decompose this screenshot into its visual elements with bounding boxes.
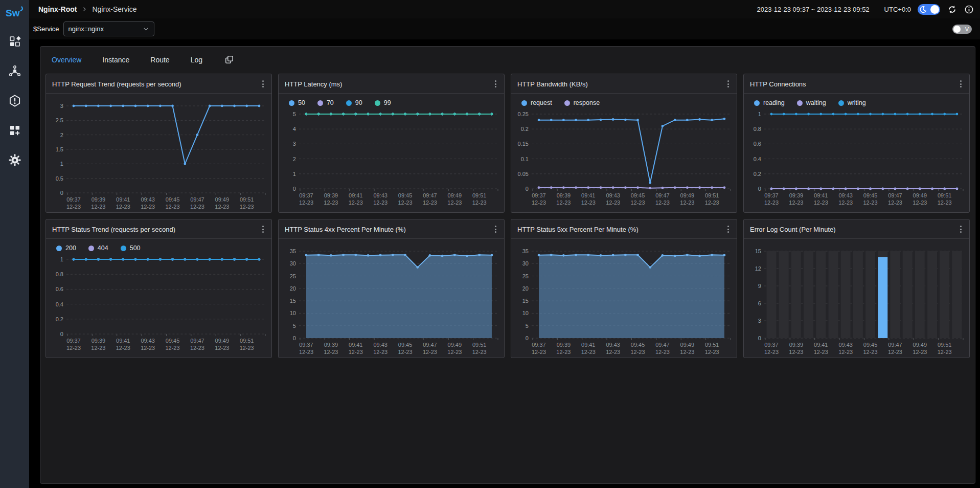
legend-item[interactable]: request xyxy=(521,99,552,106)
tab-overview[interactable]: Overview xyxy=(52,56,81,64)
chart-card-header: HTTP Connections xyxy=(744,74,969,94)
svg-text:12-23: 12-23 xyxy=(556,199,571,206)
sidebar-item-topology[interactable] xyxy=(8,64,21,78)
svg-text:0.05: 0.05 xyxy=(518,171,529,177)
chart-card-body: 5070909901234509:3712-2309:3912-2309:411… xyxy=(279,94,504,212)
svg-text:3: 3 xyxy=(293,141,296,147)
chart-card-header: HTTP Request Trend (requests per second) xyxy=(46,74,271,94)
legend-item[interactable]: 99 xyxy=(375,99,391,106)
tab-log[interactable]: Log xyxy=(191,56,202,64)
svg-text:30: 30 xyxy=(522,260,529,267)
svg-text:09:47: 09:47 xyxy=(655,192,669,198)
svg-text:09:41: 09:41 xyxy=(116,196,130,203)
kebab-menu-icon[interactable] xyxy=(725,224,732,234)
svg-text:09:51: 09:51 xyxy=(472,342,486,348)
legend-dot-icon xyxy=(754,100,760,106)
chart-card-body: 20040450000.20.40.60.8109:3712-2309:3912… xyxy=(46,239,271,358)
sidebar-item-alerting[interactable] xyxy=(8,94,21,107)
tab-route[interactable]: Route xyxy=(150,56,169,64)
service-select[interactable]: nginx::nginx xyxy=(63,21,154,36)
svg-text:12-23: 12-23 xyxy=(655,349,670,355)
info-button[interactable] xyxy=(964,4,974,14)
svg-text:0: 0 xyxy=(293,186,296,192)
svg-text:09:45: 09:45 xyxy=(863,342,877,348)
legend-dot-icon xyxy=(88,246,94,251)
svg-text:09:41: 09:41 xyxy=(349,192,362,198)
kebab-menu-icon[interactable] xyxy=(260,79,266,89)
kebab-menu-icon[interactable] xyxy=(725,79,732,89)
svg-text:12-23: 12-23 xyxy=(398,199,413,206)
kebab-menu-icon[interactable] xyxy=(958,224,964,234)
legend-item[interactable]: writing xyxy=(838,99,866,106)
legend-item[interactable]: 200 xyxy=(56,245,76,252)
svg-text:20: 20 xyxy=(290,285,296,292)
svg-text:09:45: 09:45 xyxy=(863,192,877,198)
chart-card: HTTP Request Trend (requests per second)… xyxy=(45,74,272,213)
svg-text:0: 0 xyxy=(758,186,761,192)
legend-item[interactable]: 70 xyxy=(317,99,334,106)
kebab-menu-icon[interactable] xyxy=(492,79,499,89)
theme-toggle-knob xyxy=(930,5,939,14)
svg-text:09:49: 09:49 xyxy=(448,342,462,348)
svg-text:1: 1 xyxy=(758,111,761,117)
svg-text:12-23: 12-23 xyxy=(556,349,571,355)
refresh-button[interactable] xyxy=(947,4,957,14)
svg-text:12-23: 12-23 xyxy=(764,349,779,355)
legend-item[interactable]: 50 xyxy=(289,99,305,106)
theme-toggle[interactable] xyxy=(918,4,940,15)
breadcrumb-root[interactable]: Nginx-Root xyxy=(38,5,77,13)
svg-text:0.5: 0.5 xyxy=(56,175,63,182)
svg-text:12-23: 12-23 xyxy=(240,204,254,210)
skywalking-logo[interactable]: Sw xyxy=(6,0,24,21)
chart-card: Error Log Count (Per Minute)0369121509:3… xyxy=(743,219,970,358)
svg-text:09:47: 09:47 xyxy=(190,196,204,203)
skywalking-logo-icon: Sw xyxy=(6,6,24,19)
legend-item[interactable]: 90 xyxy=(346,99,362,106)
svg-text:12-23: 12-23 xyxy=(215,204,229,210)
kebab-menu-icon[interactable] xyxy=(260,224,266,234)
tab-instance[interactable]: Instance xyxy=(102,56,129,64)
chart-card-header: HTTP Status Trend (requests per second) xyxy=(46,219,271,239)
time-range-picker[interactable]: 2023-12-23 09:37 ~ 2023-12-23 09:52 xyxy=(757,6,870,13)
svg-text:0.1: 0.1 xyxy=(521,156,529,162)
legend-item[interactable]: waiting xyxy=(797,99,826,106)
svg-text:12-23: 12-23 xyxy=(141,204,155,210)
legend-dot-icon xyxy=(375,100,380,106)
svg-text:09:43: 09:43 xyxy=(838,192,852,198)
svg-text:12-23: 12-23 xyxy=(66,204,81,210)
chart-card-header: HTTP Latency (ms) xyxy=(279,74,504,94)
sidebar-item-dashboards[interactable] xyxy=(8,35,21,48)
svg-text:09:37: 09:37 xyxy=(532,192,545,198)
sidebar-item-settings[interactable] xyxy=(8,153,21,167)
new-dashboard-icon xyxy=(9,124,21,137)
widget-grid: HTTP Request Trend (requests per second)… xyxy=(45,74,970,358)
svg-text:12-23: 12-23 xyxy=(349,349,363,355)
svg-text:35: 35 xyxy=(522,248,529,254)
chart-card-body: 0369121509:3712-2309:3912-2309:4112-2309… xyxy=(744,239,969,358)
svg-text:12-23: 12-23 xyxy=(398,349,413,355)
timezone-selector[interactable]: UTC+0:0 xyxy=(884,6,911,13)
kebab-menu-icon[interactable] xyxy=(958,79,964,89)
svg-text:0: 0 xyxy=(60,190,63,196)
kebab-menu-icon[interactable] xyxy=(492,224,499,234)
svg-text:09:51: 09:51 xyxy=(705,342,719,348)
svg-text:09:39: 09:39 xyxy=(92,196,105,203)
svg-text:9: 9 xyxy=(758,283,761,289)
legend-item[interactable]: reading xyxy=(754,99,785,106)
legend-item[interactable]: 404 xyxy=(88,245,108,252)
sidebar-item-new-dashboard[interactable] xyxy=(8,124,21,137)
view-mode-toggle[interactable]: V xyxy=(952,25,972,34)
svg-text:09:45: 09:45 xyxy=(398,192,412,198)
breadcrumb: Nginx-Root Nginx-Service xyxy=(38,5,137,13)
copy-dashboard-button[interactable] xyxy=(224,55,234,64)
svg-text:09:41: 09:41 xyxy=(581,192,595,198)
svg-text:09:49: 09:49 xyxy=(215,338,229,344)
chart-card-header: Error Log Count (Per Minute) xyxy=(744,219,969,239)
legend-item[interactable]: response xyxy=(564,99,600,106)
svg-text:35: 35 xyxy=(290,248,296,254)
svg-text:12-23: 12-23 xyxy=(655,199,670,206)
info-icon xyxy=(964,5,974,14)
svg-text:09:41: 09:41 xyxy=(814,342,828,348)
copy-icon xyxy=(224,55,234,64)
legend-item[interactable]: 500 xyxy=(121,245,141,252)
